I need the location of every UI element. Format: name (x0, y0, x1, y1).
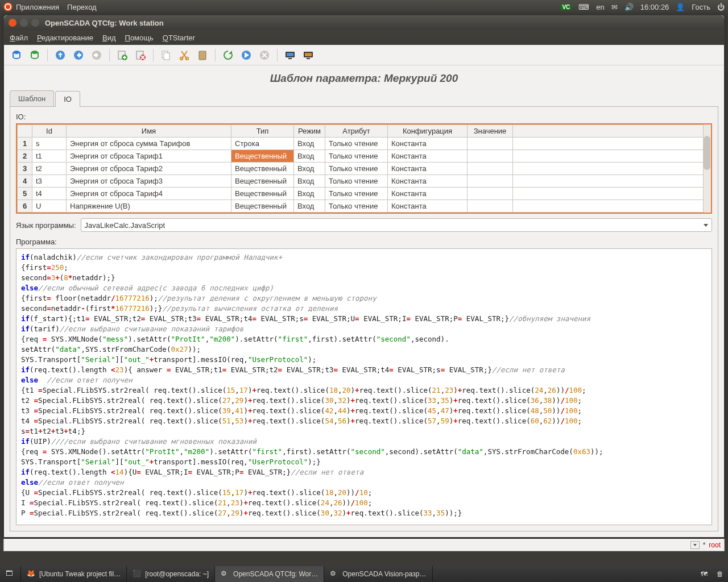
main-window: OpenSCADA QTCfg: Work station Файл Редак… (3, 15, 725, 538)
window-minimize-icon[interactable] (20, 19, 28, 27)
taskbar-trash-icon[interactable]: 🗑 (712, 566, 728, 582)
status-dropdown[interactable] (690, 541, 700, 549)
menu-qtstarter[interactable]: QTStarter (163, 34, 195, 42)
page-title: Шаблон параметра: Меркурий 200 (10, 69, 718, 90)
keyboard-icon[interactable]: ⌨ (578, 3, 589, 11)
run-icon[interactable] (238, 47, 254, 63)
col-value[interactable]: Значение (468, 125, 513, 138)
col-name[interactable]: Имя (67, 125, 231, 138)
refresh-icon[interactable] (220, 47, 236, 63)
tabs: Шаблон IO (10, 90, 718, 107)
user-icon[interactable]: 👤 (676, 3, 685, 11)
svg-rect-22 (307, 58, 310, 59)
program-editor[interactable]: if(naladchik)//если счетчик закондирован… (16, 248, 712, 525)
table-row[interactable]: 5t4Энергия от сброса Тариф4ВещественныйВ… (18, 188, 711, 200)
table-row[interactable]: 3t2Энергия от сброса Тариф2ВещественныйВ… (18, 163, 711, 175)
taskbar-item-2[interactable]: ⬛[root@openscada: ~] (127, 566, 215, 582)
taskbar-item-4[interactable]: ⚙OpenSCADA Vision-разр… (324, 566, 432, 582)
paste-icon[interactable] (195, 47, 210, 63)
topbar-places[interactable]: Переход (67, 3, 97, 11)
nav-back-icon[interactable] (71, 47, 86, 63)
menu-file[interactable]: Файл (10, 34, 28, 42)
tab-io[interactable]: IO (55, 91, 80, 107)
statusbar: * root (3, 539, 725, 551)
program-label: Программа: (16, 238, 712, 246)
col-mode[interactable]: Режим (294, 125, 325, 138)
system-topbar: Приложения Переход VC ⌨ en ✉ 🔊 16:00:26 … (0, 0, 728, 14)
prog-lang-label: Язык программы: (16, 221, 76, 230)
table-scrollbar[interactable] (703, 124, 711, 213)
taskbar-item-3[interactable]: ⚙OpenSCADA QTCfg: Wor… (215, 566, 324, 582)
db-load-icon[interactable] (9, 47, 24, 63)
col-type[interactable]: Тип (231, 125, 294, 138)
item-add-icon[interactable] (114, 47, 130, 63)
db-save-icon[interactable] (27, 47, 43, 63)
col-conf[interactable]: Конфигурация (388, 125, 468, 138)
window-title: OpenSCADA QTCfg: Work station (45, 19, 164, 27)
topbar-applications[interactable]: Приложения (16, 3, 59, 11)
copy-icon[interactable] (158, 47, 174, 63)
table-row[interactable]: 2t1Энергия от сброса Тариф1ВещественныйВ… (18, 150, 711, 163)
nav-up-icon[interactable] (52, 47, 68, 63)
col-attr[interactable]: Атрибут (325, 125, 388, 138)
taskbar: 🗔 🦊[Ubuntu Tweak project fil… ⬛[root@ope… (0, 566, 728, 582)
toolbar (4, 45, 724, 65)
svg-rect-19 (288, 58, 292, 59)
table-row[interactable]: 4t3Энергия от сброса Тариф3ВещественныйВ… (18, 175, 711, 188)
window-titlebar[interactable]: OpenSCADA QTCfg: Work station (4, 15, 724, 30)
system-tray: VC ⌨ en ✉ 🔊 16:00:26 👤 Гость ⏻ (560, 3, 725, 11)
stop-icon[interactable] (257, 47, 272, 63)
power-icon[interactable]: ⏻ (717, 3, 725, 11)
menubar: Файл Редактирование Вид Помощь QTStarter (4, 30, 724, 45)
svg-rect-18 (287, 53, 293, 56)
prog-lang-value: JavaLikeCalc.JavaScript (85, 221, 166, 230)
tab-template[interactable]: Шаблон (10, 90, 54, 106)
menu-help[interactable]: Помощь (125, 34, 154, 42)
volume-icon[interactable]: 🔊 (624, 3, 634, 11)
item-delete-icon[interactable] (133, 47, 148, 63)
svg-rect-21 (305, 53, 312, 56)
menu-edit[interactable]: Редактирование (37, 34, 93, 42)
prog-lang-select[interactable]: JavaLikeCalc.JavaScript (81, 218, 712, 232)
io-table[interactable]: Id Имя Тип Режим Атрибут Конфигурация Зн… (16, 123, 712, 214)
io-label: IO: (16, 113, 712, 121)
table-row[interactable]: 1sЭнергия от сброса сумма ТарифовСтрокаВ… (18, 138, 711, 150)
host-primary-icon[interactable] (282, 47, 298, 63)
cut-icon[interactable] (176, 47, 192, 63)
taskbar-workspace-icon[interactable]: 🗺 (696, 566, 712, 582)
table-row[interactable]: 6UНапряжение U(B)ВещественныйВходТолько … (18, 200, 711, 213)
mail-icon[interactable]: ✉ (611, 3, 618, 11)
svg-rect-14 (201, 51, 204, 52)
show-desktop-icon[interactable]: 🗔 (0, 566, 21, 582)
keyboard-lang[interactable]: en (596, 3, 604, 11)
status-user[interactable]: root (709, 541, 721, 549)
chevron-down-icon (704, 224, 708, 227)
table-header-row: Id Имя Тип Режим Атрибут Конфигурация Зн… (18, 125, 711, 138)
col-id[interactable]: Id (32, 125, 67, 138)
svg-point-1 (31, 51, 38, 54)
window-maximize-icon[interactable] (31, 19, 39, 27)
window-close-icon[interactable] (9, 19, 16, 27)
host-secondary-icon[interactable] (300, 47, 316, 63)
vnc-icon[interactable]: VC (560, 4, 572, 10)
ubuntu-logo-icon[interactable] (3, 2, 13, 11)
status-star: * (703, 541, 706, 549)
taskbar-item-1[interactable]: 🦊[Ubuntu Tweak project fil… (21, 566, 127, 582)
svg-rect-13 (199, 51, 206, 60)
user-name[interactable]: Гость (692, 3, 710, 11)
menu-view[interactable]: Вид (102, 34, 116, 42)
svg-rect-10 (164, 53, 169, 60)
svg-point-0 (13, 51, 20, 54)
clock[interactable]: 16:00:26 (640, 3, 669, 11)
nav-forward-icon[interactable] (89, 47, 105, 63)
